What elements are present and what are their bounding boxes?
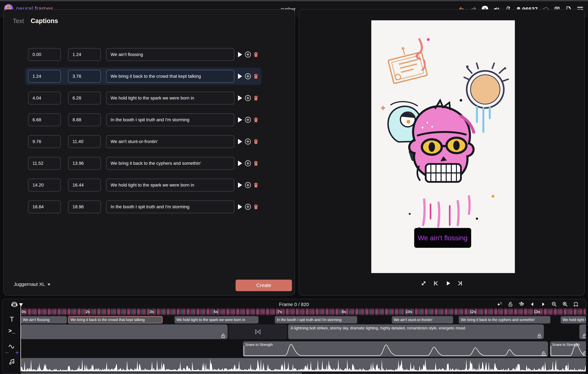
prompt-clip[interactable]: A lightning bolt strikes, stormy sky, dr…: [288, 324, 544, 339]
text-track-icon[interactable]: T: [8, 315, 15, 323]
magnet-button[interactable]: [518, 301, 525, 308]
delete-caption-button[interactable]: [253, 95, 259, 101]
add-caption-button[interactable]: [245, 95, 251, 101]
caption-text-input[interactable]: [106, 92, 234, 104]
preview-caption-overlay[interactable]: We ain't flossing: [414, 228, 471, 248]
lock-open-icon[interactable]: [583, 351, 586, 356]
timeline-scrollbar-thumb[interactable]: [21, 372, 302, 374]
skip-to-start-button[interactable]: [432, 280, 440, 287]
play-button[interactable]: [444, 280, 452, 287]
tab-text[interactable]: Text: [13, 18, 24, 24]
caption-text-input[interactable]: [106, 48, 234, 61]
caption-text-input[interactable]: [106, 70, 234, 83]
automation-clip[interactable]: Snare to Strength: [243, 341, 548, 357]
start-time-input[interactable]: [28, 114, 61, 126]
delete-caption-button[interactable]: [253, 182, 259, 188]
play-caption-button[interactable]: [238, 139, 242, 144]
delete-caption-button[interactable]: [253, 73, 259, 79]
add-caption-button[interactable]: [245, 160, 251, 166]
caption-text-input[interactable]: [106, 200, 234, 213]
timeline-caption-segment[interactable]: In the booth I spit truth and I'm stormi…: [275, 316, 357, 323]
delete-caption-button[interactable]: [253, 117, 259, 123]
timeline-caption-segment[interactable]: We bring it back to the crowd that kept …: [68, 316, 163, 323]
automation-track-icon[interactable]: [8, 343, 16, 350]
next-keyframe-button[interactable]: [540, 301, 547, 308]
delete-caption-button[interactable]: [253, 52, 259, 57]
skip-to-end-button[interactable]: [456, 280, 464, 287]
sparkles-button[interactable]: [496, 301, 503, 308]
delete-caption-button[interactable]: [253, 204, 259, 210]
transition-clip[interactable]: [229, 324, 287, 339]
timeline-caption-segment-label: We hold tight to the spark we were born …: [174, 318, 247, 322]
add-caption-button[interactable]: [245, 182, 251, 188]
play-caption-button[interactable]: [238, 117, 242, 123]
add-caption-button[interactable]: [245, 117, 251, 123]
start-time-input[interactable]: [28, 200, 61, 213]
lock-button[interactable]: [507, 301, 514, 308]
start-time-input[interactable]: [28, 179, 61, 191]
playhead-handle[interactable]: [19, 303, 23, 306]
prev-triangle-icon: [529, 301, 535, 307]
play-caption-button[interactable]: [238, 73, 242, 79]
lock-open-icon[interactable]: [542, 351, 546, 356]
start-time-input[interactable]: [28, 48, 61, 61]
add-caption-button[interactable]: [245, 138, 251, 145]
lock-open-icon[interactable]: [537, 333, 542, 338]
prompt-clip[interactable]: [579, 324, 586, 339]
lock-open-icon[interactable]: [221, 333, 225, 338]
end-time-input[interactable]: [68, 200, 101, 213]
end-time-input[interactable]: [68, 135, 101, 148]
add-track-button[interactable]: +: [14, 349, 20, 356]
remove-track-button[interactable]: −: [4, 350, 9, 355]
prompt-track-icon[interactable]: >_: [8, 327, 16, 335]
timeline-caption-segment[interactable]: We ain't flossing: [21, 316, 67, 323]
end-time-input[interactable]: [68, 48, 101, 61]
fullscreen-button[interactable]: [420, 280, 427, 287]
caption-text-input[interactable]: [106, 179, 234, 191]
end-time-input[interactable]: [68, 179, 101, 191]
start-time-input[interactable]: [28, 92, 61, 104]
automation-clip[interactable]: Snare to Strength: [550, 341, 586, 357]
delete-caption-button[interactable]: [253, 139, 259, 145]
timeline-scrollbar[interactable]: [21, 372, 586, 374]
assistant-robot-button[interactable]: [10, 301, 19, 308]
model-selector[interactable]: Juggernaut XL: [14, 281, 50, 287]
end-time-input[interactable]: [68, 92, 101, 104]
start-time-input[interactable]: [28, 157, 61, 170]
prev-keyframe-button[interactable]: [529, 301, 536, 308]
play-caption-button[interactable]: [238, 52, 242, 57]
play-caption-button[interactable]: [238, 204, 242, 209]
tab-captions[interactable]: Captions: [31, 17, 58, 24]
timeline-caption-segment[interactable]: We bring it back to the cyphers and some…: [459, 316, 550, 323]
start-time-input[interactable]: [28, 70, 61, 83]
create-button[interactable]: Create: [236, 280, 292, 291]
play-caption-button[interactable]: [238, 182, 242, 188]
end-time-input[interactable]: [68, 157, 101, 170]
zoom-out-button[interactable]: [551, 301, 557, 308]
caption-text-input[interactable]: [106, 157, 234, 170]
delete-caption-button[interactable]: [253, 160, 259, 166]
caption-text-input[interactable]: [106, 135, 234, 148]
audio-track-icon[interactable]: [8, 358, 16, 366]
play-caption-button[interactable]: [238, 95, 242, 101]
ruler-label: 7s: [278, 310, 282, 314]
add-caption-button[interactable]: [245, 73, 251, 80]
add-caption-button[interactable]: [245, 204, 251, 210]
timeline-caption-segment[interactable]: We hold tight to the spark we were born …: [174, 316, 258, 323]
timeline-caption-segment[interactable]: We ain't stunt-or-frontin': [392, 316, 453, 323]
prompt-clip[interactable]: [21, 324, 228, 339]
play-caption-button[interactable]: [238, 161, 242, 166]
caption-text-input[interactable]: [106, 114, 234, 126]
filmstrip-ruler[interactable]: 0s2s3s5s7s8s10s12s13s: [21, 308, 586, 315]
next-triangle-icon: [540, 301, 546, 307]
start-time-input[interactable]: [28, 135, 61, 148]
playhead-line[interactable]: [21, 306, 21, 372]
lock-open-icon[interactable]: [583, 333, 586, 338]
add-caption-button[interactable]: [245, 51, 251, 58]
fit-width-button[interactable]: [572, 301, 579, 308]
zoom-in-button[interactable]: [561, 301, 568, 308]
end-time-input[interactable]: [68, 114, 101, 126]
timeline-caption-segment[interactable]: We hold tight to the spark we were born …: [561, 316, 586, 323]
audio-waveform-track[interactable]: [21, 358, 586, 372]
end-time-input[interactable]: [68, 70, 101, 83]
